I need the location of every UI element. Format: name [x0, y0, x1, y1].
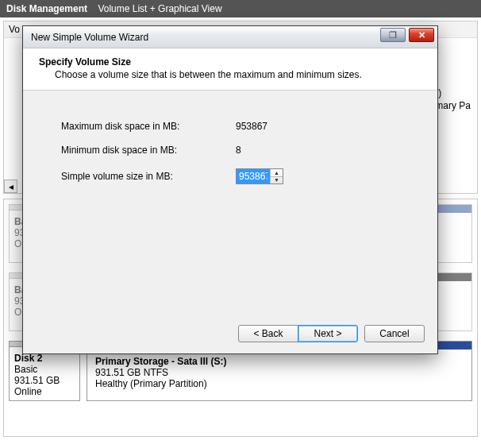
- volume-size-input[interactable]: [237, 169, 270, 183]
- dm-title-bar: Disk Management Volume List + Graphical …: [0, 0, 481, 17]
- wizard-header: Specify Volume Size Choose a volume size…: [23, 48, 437, 91]
- next-button[interactable]: Next >: [298, 325, 358, 342]
- disk-size: 931.51 GB: [14, 375, 75, 386]
- wizard-heading: Specify Volume Size: [39, 56, 421, 68]
- chevron-left-icon: ◂: [9, 181, 13, 192]
- wizard-title: New Simple Volume Wizard: [31, 32, 148, 43]
- dm-title: Disk Management: [6, 3, 87, 14]
- min-space-value: 8: [236, 145, 331, 156]
- restore-button[interactable]: ❐: [380, 28, 406, 42]
- spin-down-button[interactable]: ▼: [271, 177, 283, 184]
- volume-title: Primary Storage - Sata III (S:): [95, 356, 226, 367]
- wizard-description: Choose a volume size that is between the…: [55, 69, 421, 80]
- volume-size: 931.51 GB NTFS: [95, 367, 464, 378]
- volume-size-label: Simple volume size in MB:: [61, 171, 236, 182]
- close-button[interactable]: ✕: [409, 28, 434, 42]
- spin-up-button[interactable]: ▲: [271, 169, 283, 177]
- back-button[interactable]: < Back: [238, 325, 298, 342]
- cancel-button[interactable]: Cancel: [364, 325, 425, 342]
- max-space-value: 953867: [236, 121, 331, 132]
- wizard-panel: Maximum disk space in MB: 953867 Minimum…: [23, 91, 437, 184]
- volume-size-spinner: ▲ ▼: [236, 168, 283, 184]
- wizard-dialog: New Simple Volume Wizard ❐ ✕ Specify Vol…: [22, 25, 438, 354]
- close-icon: ✕: [418, 30, 425, 41]
- volume-health: Healthy (Primary Partition): [95, 378, 464, 389]
- min-space-label: Minimum disk space in MB:: [61, 145, 236, 156]
- disk-status: Online: [14, 386, 75, 397]
- disk-name: Disk 2: [14, 353, 75, 364]
- wizard-title-bar[interactable]: New Simple Volume Wizard ❐ ✕: [23, 26, 437, 48]
- dm-subtitle: Volume List + Graphical View: [98, 3, 221, 14]
- chevron-down-icon: ▼: [274, 177, 279, 183]
- max-space-label: Maximum disk space in MB:: [61, 121, 236, 132]
- disk-type: Basic: [14, 364, 75, 375]
- scroll-left-button[interactable]: ◂: [4, 180, 17, 193]
- restore-icon: ❐: [389, 30, 397, 41]
- chevron-up-icon: ▲: [274, 170, 279, 176]
